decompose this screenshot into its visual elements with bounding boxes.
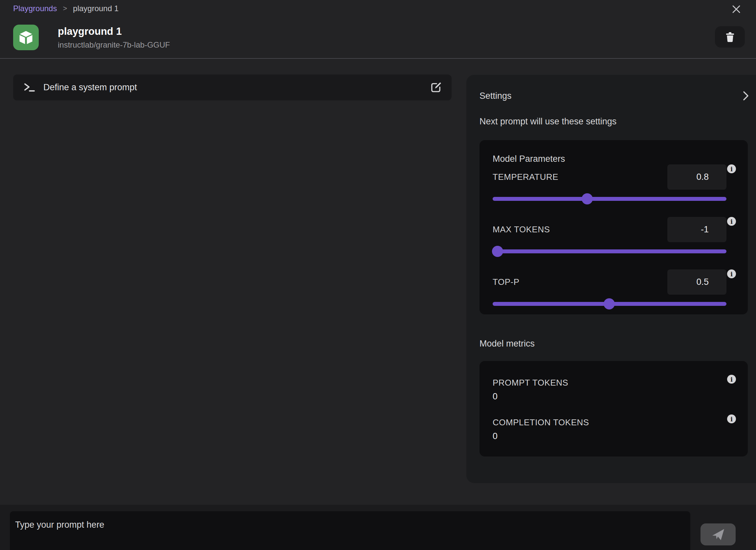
breadcrumb: Playgrounds > playground 1: [13, 4, 119, 13]
prompt-input[interactable]: [10, 511, 690, 550]
temperature-label: TEMPERATURE: [493, 172, 558, 182]
system-prompt-label: Define a system prompt: [43, 82, 137, 93]
model-parameters-card: Model Parameters TEMPERATURE i MAX TOKEN…: [479, 140, 748, 314]
top-p-label: TOP-P: [493, 277, 519, 287]
prompt-bar: [0, 505, 756, 550]
prompt-tokens-info-icon[interactable]: i: [727, 375, 736, 384]
playground-screen: Playgrounds > playground 1 playground 1 …: [0, 0, 756, 550]
model-name: instructlab/granite-7b-lab-GGUF: [58, 40, 170, 50]
top-p-info-icon[interactable]: i: [727, 270, 736, 278]
edit-icon: [430, 82, 442, 93]
edit-system-prompt-button[interactable]: [430, 82, 442, 93]
temperature-value-input[interactable]: [667, 165, 726, 190]
delete-playground-button[interactable]: [715, 26, 745, 48]
param-max-tokens: MAX TOKENS i: [493, 217, 726, 253]
trash-icon: [725, 32, 735, 42]
breadcrumb-playgrounds-link[interactable]: Playgrounds: [13, 4, 57, 13]
settings-title: Settings: [479, 91, 512, 101]
top-p-slider[interactable]: [493, 302, 726, 306]
metric-prompt-tokens: PROMPT TOKENS 0 i: [493, 377, 735, 402]
breadcrumb-separator: >: [63, 4, 67, 13]
metric-completion-tokens: COMPLETION TOKENS 0 i: [493, 417, 735, 442]
prompt-tokens-value: 0: [493, 391, 735, 402]
param-temperature: TEMPERATURE i: [493, 165, 726, 201]
param-top-p: TOP-P i: [493, 270, 726, 306]
temperature-info-icon[interactable]: i: [727, 165, 736, 173]
temperature-slider[interactable]: [493, 197, 726, 201]
top-p-value-input[interactable]: [667, 270, 726, 295]
max-tokens-info-icon[interactable]: i: [727, 217, 736, 226]
max-tokens-value-input[interactable]: [667, 217, 726, 242]
system-prompt-bar[interactable]: Define a system prompt: [13, 75, 452, 100]
terminal-icon: [24, 83, 35, 92]
completion-tokens-label: COMPLETION TOKENS: [493, 417, 735, 428]
settings-subtitle: Next prompt will use these settings: [479, 116, 756, 127]
max-tokens-slider[interactable]: [493, 250, 726, 253]
playground-cube-icon: [13, 25, 39, 50]
header-text: playground 1 instructlab/granite-7b-lab-…: [58, 26, 170, 50]
model-parameters-title: Model Parameters: [493, 153, 726, 165]
send-button[interactable]: [700, 523, 736, 545]
completion-tokens-info-icon[interactable]: i: [727, 414, 736, 423]
close-button[interactable]: [730, 3, 742, 15]
breadcrumb-current: playground 1: [73, 4, 119, 13]
top-p-slider-thumb[interactable]: [604, 298, 615, 309]
settings-header[interactable]: Settings: [479, 90, 756, 101]
send-icon: [711, 528, 725, 541]
settings-panel: Settings Next prompt will use these sett…: [466, 75, 756, 483]
header-divider: [0, 58, 756, 59]
prompt-tokens-label: PROMPT TOKENS: [493, 377, 735, 388]
completion-tokens-value: 0: [493, 430, 735, 442]
max-tokens-slider-thumb[interactable]: [492, 246, 503, 257]
model-metrics-card: PROMPT TOKENS 0 i COMPLETION TOKENS 0 i: [479, 361, 748, 456]
close-icon: [732, 5, 741, 13]
model-metrics-title: Model metrics: [479, 338, 756, 349]
temperature-slider-thumb[interactable]: [582, 193, 593, 205]
page-title: playground 1: [58, 26, 170, 37]
max-tokens-label: MAX TOKENS: [493, 225, 550, 235]
chevron-right-icon: [743, 91, 749, 101]
